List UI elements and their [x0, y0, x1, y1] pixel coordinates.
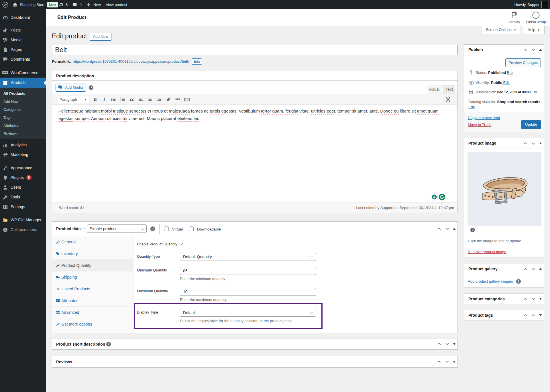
svg-text:W: W: [5, 219, 6, 221]
svg-text:3: 3: [120, 100, 121, 102]
svg-text:W: W: [4, 3, 7, 7]
svg-text:WOO: WOO: [3, 72, 7, 74]
